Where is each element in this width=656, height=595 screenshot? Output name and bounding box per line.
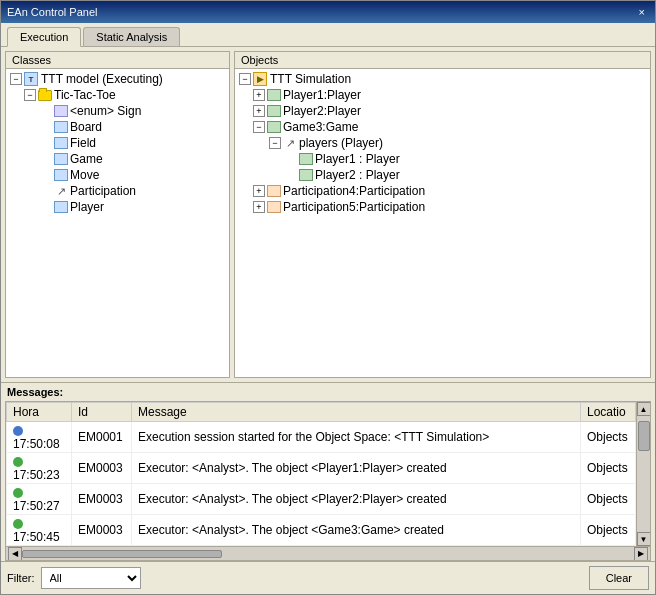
expand-icon[interactable]: +: [253, 185, 265, 197]
filter-select[interactable]: All Errors Warnings Info: [41, 567, 141, 589]
enum-icon: [54, 105, 68, 117]
tree-item-label: TTT Simulation: [270, 72, 351, 86]
tree-item-label: Player1:Player: [283, 88, 361, 102]
msg-text: Executor: <Analyst>. The object <Player2…: [132, 484, 581, 515]
scroll-thumb[interactable]: [638, 421, 650, 451]
expand-icon[interactable]: +: [253, 201, 265, 213]
tree-item-label: Game3:Game: [283, 120, 358, 134]
vertical-scrollbar[interactable]: ▲ ▼: [636, 402, 650, 546]
main-window: EAn Control Panel × Execution Static Ana…: [0, 0, 656, 595]
tab-bar: Execution Static Analysis: [1, 23, 655, 47]
tree-item-label: Move: [70, 168, 99, 182]
h-scroll-thumb[interactable]: [22, 550, 222, 558]
expand-icon[interactable]: +: [253, 89, 265, 101]
scroll-left-button[interactable]: ◀: [8, 547, 22, 561]
msg-hora: 17:50:27: [13, 499, 60, 513]
list-item[interactable]: − Tic-Tac-Toe: [8, 87, 227, 103]
messages-scroll-area[interactable]: Hora Id Message Locatio 17:50:08EM0001Ex…: [6, 402, 636, 546]
list-item[interactable]: − T TTT model (Executing): [8, 71, 227, 87]
classes-header: Classes: [6, 52, 229, 69]
list-item[interactable]: Player: [8, 199, 227, 215]
messages-table: Hora Id Message Locatio 17:50:08EM0001Ex…: [6, 402, 636, 546]
classes-panel: Classes − T TTT model (Executing) − Tic-…: [5, 51, 230, 378]
list-item[interactable]: <enum> Sign: [8, 103, 227, 119]
msg-indicator: [13, 488, 23, 498]
msg-text: Executor: <Analyst>. The object <Game3:G…: [132, 515, 581, 546]
msg-hora: 17:50:45: [13, 530, 60, 544]
messages-table-wrapper: Hora Id Message Locatio 17:50:08EM0001Ex…: [5, 401, 651, 561]
msg-hora: 17:50:08: [13, 437, 60, 451]
list-item[interactable]: − ▶ TTT Simulation: [237, 71, 648, 87]
list-item[interactable]: + Participation5:Participation: [237, 199, 648, 215]
msg-indicator: [13, 426, 23, 436]
tab-static-analysis[interactable]: Static Analysis: [83, 27, 180, 46]
table-row[interactable]: 17:50:08EM0001Execution session started …: [7, 422, 636, 453]
tree-item-label: Board: [70, 120, 102, 134]
assoc-icon: ↗: [54, 185, 68, 197]
tab-execution[interactable]: Execution: [7, 27, 81, 47]
collapse-icon[interactable]: −: [10, 73, 22, 85]
tree-item-label: Tic-Tac-Toe: [54, 88, 116, 102]
assoc-obj-icon: [267, 201, 281, 213]
list-item[interactable]: Field: [8, 135, 227, 151]
list-item[interactable]: ↗ Participation: [8, 183, 227, 199]
link-icon: ↗: [283, 137, 297, 149]
scroll-right-button[interactable]: ▶: [634, 547, 648, 561]
tree-item-label: Field: [70, 136, 96, 150]
tree-item-label: Player2 : Player: [315, 168, 400, 182]
tree-item-label: Player1 : Player: [315, 152, 400, 166]
horizontal-scrollbar[interactable]: ◀ ▶: [6, 546, 650, 560]
table-row[interactable]: 17:50:23EM0003Executor: <Analyst>. The o…: [7, 453, 636, 484]
msg-text: Execution session started for the Object…: [132, 422, 581, 453]
list-item[interactable]: Game: [8, 151, 227, 167]
scroll-down-button[interactable]: ▼: [637, 532, 651, 546]
tree-item-label: <enum> Sign: [70, 104, 141, 118]
folder-icon: T: [24, 72, 38, 86]
tree-item-label: Participation5:Participation: [283, 200, 425, 214]
objects-panel: Objects − ▶ TTT Simulation + Player1:Pla…: [234, 51, 651, 378]
scroll-up-button[interactable]: ▲: [637, 402, 651, 416]
list-item[interactable]: + Participation4:Participation: [237, 183, 648, 199]
objects-header: Objects: [235, 52, 650, 69]
tree-item-label: Game: [70, 152, 103, 166]
msg-location: Objects: [581, 484, 636, 515]
msg-text: Executor: <Analyst>. The object <Player1…: [132, 453, 581, 484]
msg-location: Objects: [581, 515, 636, 546]
collapse-icon[interactable]: −: [24, 89, 36, 101]
collapse-icon[interactable]: −: [239, 73, 251, 85]
class-icon: [54, 201, 68, 213]
msg-id: EM0003: [72, 453, 132, 484]
table-row[interactable]: 17:50:45EM0003Executor: <Analyst>. The o…: [7, 515, 636, 546]
tree-item-label: Player2:Player: [283, 104, 361, 118]
close-button[interactable]: ×: [635, 6, 649, 18]
list-item[interactable]: Player1 : Player: [237, 151, 648, 167]
filter-bar: Filter: All Errors Warnings Info Clear: [1, 561, 655, 594]
col-header-location: Locatio: [581, 403, 636, 422]
sim-icon: ▶: [253, 72, 267, 86]
list-item[interactable]: Player2 : Player: [237, 167, 648, 183]
class-icon: [54, 153, 68, 165]
window-title: EAn Control Panel: [7, 6, 98, 18]
msg-id: EM0003: [72, 515, 132, 546]
list-item[interactable]: − Game3:Game: [237, 119, 648, 135]
expand-icon[interactable]: +: [253, 105, 265, 117]
tree-item-label: TTT model (Executing): [41, 72, 163, 86]
list-item[interactable]: − ↗ players (Player): [237, 135, 648, 151]
assoc-obj-icon: [267, 185, 281, 197]
obj-icon: [267, 105, 281, 117]
clear-button[interactable]: Clear: [589, 566, 649, 590]
list-item[interactable]: Move: [8, 167, 227, 183]
folder-icon: [38, 90, 52, 101]
collapse-icon[interactable]: −: [269, 137, 281, 149]
msg-id: EM0001: [72, 422, 132, 453]
list-item[interactable]: + Player2:Player: [237, 103, 648, 119]
messages-label: Messages:: [1, 383, 655, 401]
class-icon: [54, 169, 68, 181]
list-item[interactable]: + Player1:Player: [237, 87, 648, 103]
main-panels: Classes − T TTT model (Executing) − Tic-…: [1, 47, 655, 382]
collapse-icon[interactable]: −: [253, 121, 265, 133]
tree-item-label: Participation: [70, 184, 136, 198]
table-row[interactable]: 17:50:27EM0003Executor: <Analyst>. The o…: [7, 484, 636, 515]
objects-tree: − ▶ TTT Simulation + Player1:Player + Pl…: [235, 69, 650, 377]
list-item[interactable]: Board: [8, 119, 227, 135]
